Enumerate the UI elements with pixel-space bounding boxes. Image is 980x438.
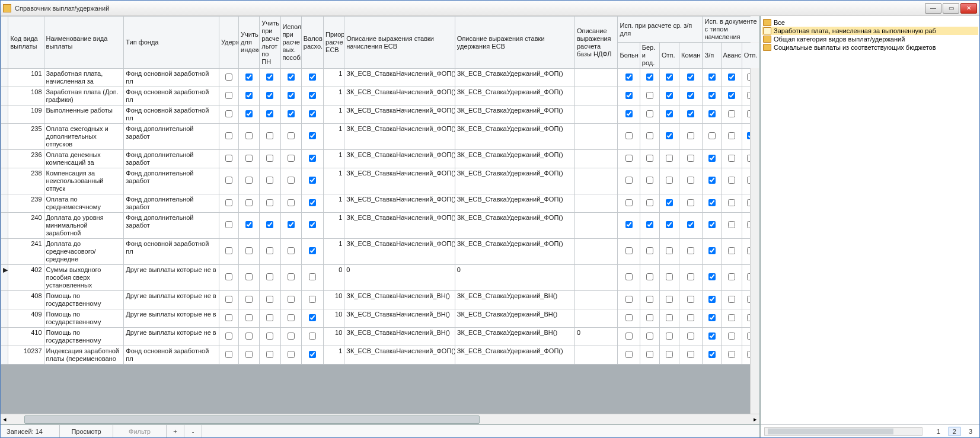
cell-flag[interactable] <box>721 87 742 105</box>
cell-c4[interactable] <box>219 309 238 328</box>
col-vac[interactable]: Отп. <box>659 43 679 69</box>
checkbox[interactable] <box>309 132 316 139</box>
cell-flag[interactable] <box>659 194 679 213</box>
cell-c7[interactable] <box>280 124 301 150</box>
checkbox[interactable] <box>687 351 694 358</box>
cell-flag[interactable] <box>659 87 679 105</box>
cell-flag[interactable] <box>640 265 659 291</box>
cell-flag[interactable] <box>618 328 640 346</box>
cell-flag[interactable] <box>659 346 679 365</box>
right-horizontal-scrollbar[interactable] <box>764 427 922 436</box>
cell-flag[interactable] <box>721 150 742 168</box>
checkbox[interactable] <box>225 314 232 321</box>
cell-flag[interactable] <box>703 328 721 346</box>
col-name[interactable]: Наименование вида выплаты <box>44 17 124 69</box>
checkbox[interactable] <box>687 273 694 280</box>
vertical-scrollbar[interactable] <box>750 16 759 414</box>
checkbox[interactable] <box>687 221 694 228</box>
checkbox[interactable] <box>309 177 316 184</box>
col-otp2[interactable]: Отп. <box>742 43 759 69</box>
cell-c6[interactable] <box>260 213 280 239</box>
checkbox[interactable] <box>225 296 232 303</box>
cell-flag[interactable] <box>640 346 659 365</box>
checkbox[interactable] <box>266 351 273 358</box>
checkbox[interactable] <box>266 314 273 321</box>
data-grid[interactable]: Код вида выплаты Наименование вида выпла… <box>1 16 759 414</box>
table-row[interactable]: 10237Индексация заработной платы (переим… <box>1 346 759 365</box>
cell-c8[interactable] <box>301 69 323 87</box>
checkbox[interactable] <box>225 333 232 340</box>
checkbox[interactable] <box>666 247 673 254</box>
cell-flag[interactable] <box>618 124 640 150</box>
checkbox[interactable] <box>225 177 232 184</box>
cell-flag[interactable] <box>618 265 640 291</box>
checkbox[interactable] <box>646 132 653 139</box>
cell-flag[interactable] <box>679 168 703 194</box>
checkbox[interactable] <box>708 351 716 358</box>
checkbox[interactable] <box>288 296 295 303</box>
col-sev[interactable]: Испол при расче вых. пособи <box>280 17 301 69</box>
cell-c4[interactable] <box>219 124 238 150</box>
cell-flag[interactable] <box>640 213 659 239</box>
checkbox[interactable] <box>625 351 633 358</box>
cell-c4[interactable] <box>219 69 238 87</box>
col-prio[interactable]: Приор расче ЕСВ <box>324 17 344 69</box>
checkbox[interactable] <box>625 221 633 228</box>
cell-flag[interactable] <box>640 239 659 265</box>
checkbox[interactable] <box>646 73 653 81</box>
col-expr-deduct[interactable]: Описание выражения ставки удержания ЕСВ <box>455 17 574 69</box>
cell-c7[interactable] <box>280 309 301 328</box>
col-expr-accrual[interactable]: Описание выражения ставки начисления ЕСВ <box>344 17 455 69</box>
checkbox[interactable] <box>708 199 716 206</box>
cell-flag[interactable] <box>640 309 659 328</box>
cell-flag[interactable] <box>703 239 721 265</box>
checkbox[interactable] <box>646 177 653 184</box>
checkbox[interactable] <box>266 73 273 81</box>
cell-c6[interactable] <box>260 291 280 309</box>
checkbox[interactable] <box>245 73 253 81</box>
checkbox[interactable] <box>728 314 735 321</box>
checkbox[interactable] <box>288 92 295 99</box>
cell-flag[interactable] <box>703 265 721 291</box>
checkbox[interactable] <box>266 221 273 228</box>
cell-flag[interactable] <box>640 194 659 213</box>
checkbox[interactable] <box>728 110 735 117</box>
checkbox[interactable] <box>245 247 253 254</box>
cell-flag[interactable] <box>703 291 721 309</box>
col-fund[interactable]: Тип фонда <box>124 17 219 69</box>
cell-flag[interactable] <box>659 69 679 87</box>
cell-flag[interactable] <box>703 69 721 87</box>
cell-c8[interactable] <box>301 328 323 346</box>
checkbox[interactable] <box>309 155 316 162</box>
cell-flag[interactable] <box>640 124 659 150</box>
checkbox[interactable] <box>708 314 716 321</box>
cell-flag[interactable] <box>679 87 703 105</box>
checkbox[interactable] <box>708 73 716 81</box>
checkbox[interactable] <box>266 273 273 280</box>
cell-flag[interactable] <box>659 124 679 150</box>
table-row[interactable]: 241Доплата до среднечасового/среднеднеФо… <box>1 239 759 265</box>
checkbox[interactable] <box>687 247 694 254</box>
cell-flag[interactable] <box>618 309 640 328</box>
checkbox[interactable] <box>245 351 253 358</box>
checkbox[interactable] <box>245 132 253 139</box>
checkbox[interactable] <box>625 333 633 340</box>
table-row[interactable]: ▶402Суммы выходного пособия сверх устано… <box>1 265 759 291</box>
checkbox[interactable] <box>288 110 295 117</box>
cell-c5[interactable] <box>239 265 260 291</box>
cell-flag[interactable] <box>640 168 659 194</box>
cell-flag[interactable] <box>640 87 659 105</box>
checkbox[interactable] <box>687 73 694 81</box>
checkbox[interactable] <box>666 314 673 321</box>
checkbox[interactable] <box>288 73 295 81</box>
cell-c6[interactable] <box>260 105 280 124</box>
checkbox[interactable] <box>245 314 253 321</box>
checkbox[interactable] <box>309 221 316 228</box>
checkbox[interactable] <box>728 92 735 99</box>
cell-c5[interactable] <box>239 69 260 87</box>
cell-c4[interactable] <box>219 105 238 124</box>
checkbox[interactable] <box>708 247 716 254</box>
checkbox[interactable] <box>625 273 633 280</box>
category-tree[interactable]: ВсеЗаработная плата, начисленная за выпо… <box>761 16 979 424</box>
cell-flag[interactable] <box>679 150 703 168</box>
